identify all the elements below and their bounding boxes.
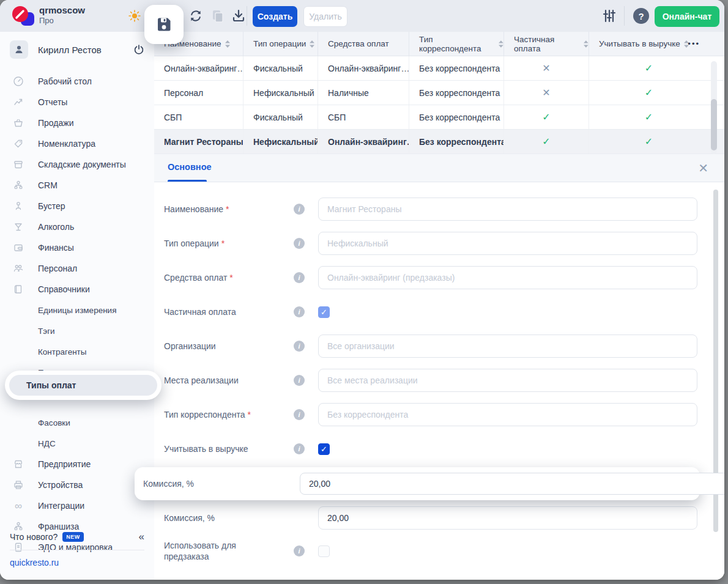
table-scrollbar-thumb[interactable] <box>711 99 717 150</box>
payment-types-callout: Типы оплат <box>5 371 162 400</box>
quickresto-site-link[interactable]: quickresto.ru <box>0 554 154 571</box>
table-settings-sliders-icon[interactable] <box>602 9 617 23</box>
info-icon[interactable]: i <box>294 375 305 386</box>
info-icon[interactable]: i <box>294 238 305 249</box>
cell-means: Онлайн-эквайринг… <box>318 56 409 80</box>
quickresto-logo-icon <box>11 5 35 28</box>
logout-power-icon[interactable] <box>133 44 144 55</box>
save-icon[interactable] <box>155 16 173 33</box>
download-icon[interactable] <box>231 9 246 23</box>
user-row[interactable]: Кирилл Рестов <box>0 37 154 62</box>
sidebar-item-finance[interactable]: Финансы <box>0 237 154 258</box>
sidebar-subitem-payment-types[interactable]: Типы оплат <box>9 375 157 396</box>
sidebar-item-label: Алкоголь <box>38 222 74 232</box>
field-label: Средства оплат <box>164 272 227 283</box>
table-row[interactable]: СБП Фискальный СБП Без корреспондента ✓ … <box>154 105 724 130</box>
table-row-selected[interactable]: Магнит Рестораны Нефискальный Онлайн-экв… <box>154 130 724 154</box>
payment-means-input[interactable] <box>318 266 697 289</box>
sale-places-input[interactable] <box>318 369 697 392</box>
create-button[interactable]: Создать <box>253 6 297 27</box>
crm-network-icon <box>12 179 24 191</box>
info-icon[interactable]: i <box>294 545 305 556</box>
close-icon[interactable]: ✕ <box>698 161 708 176</box>
sidebar-item-label: Складские документы <box>38 160 126 169</box>
sidebar-item-crm[interactable]: CRM <box>0 175 154 196</box>
sidebar-subitem-contractors[interactable]: Контрагенты <box>0 341 154 362</box>
form-row-correspondent-type: Тип корреспондента* i <box>154 397 724 432</box>
form-row-payment-means: Средства оплат* i <box>154 261 724 295</box>
field-label: Тип операции <box>164 238 219 249</box>
info-icon[interactable]: i <box>294 341 305 352</box>
info-icon[interactable]: i <box>294 272 305 283</box>
form-row-use-for-preorder: Использовать для предзаказа i <box>154 534 724 568</box>
info-icon[interactable]: i <box>294 204 305 215</box>
column-header-correspondent[interactable]: Тип корреспондента <box>409 32 504 56</box>
sidebar-item-nomenclature[interactable]: Номенклатура <box>0 133 154 154</box>
table-row[interactable]: Персонал Нефискальный Наличные Без корре… <box>154 81 724 105</box>
save-callout <box>144 5 184 44</box>
sort-icon[interactable] <box>310 40 314 48</box>
sidebar-item-desktop[interactable]: Рабочий стол <box>0 71 154 92</box>
sidebar-item-reference[interactable]: Справочники <box>0 279 154 300</box>
sidebar-item-reports[interactable]: Отчеты <box>0 92 154 113</box>
info-icon[interactable]: i <box>294 306 305 317</box>
field-label: Частичная оплата <box>164 306 236 317</box>
info-icon[interactable]: i <box>294 443 305 454</box>
column-header-partial[interactable]: Частичная оплата <box>504 32 589 56</box>
sidebar-item-devices[interactable]: Устройства <box>0 475 154 495</box>
name-input[interactable] <box>318 198 697 221</box>
use-for-preorder-checkbox[interactable] <box>318 545 330 557</box>
sidebar-subitem-packings[interactable]: Фасовки <box>0 412 154 433</box>
cell-correspondent: Без корреспондента <box>409 81 504 105</box>
theme-sun-icon[interactable] <box>128 10 141 22</box>
cell-operation: Фискальный <box>243 56 318 80</box>
copy-icon[interactable] <box>210 9 225 23</box>
cell-name: СБП <box>154 105 243 129</box>
sidebar-subitem-units[interactable]: Единицы измерения <box>0 300 154 320</box>
collapse-sidebar-icon[interactable]: « <box>139 531 144 543</box>
sidebar-item-sales[interactable]: Продажи <box>0 113 154 133</box>
refresh-icon[interactable] <box>188 9 203 23</box>
printer-icon <box>12 479 24 491</box>
sidebar-item-integrations[interactable]: ∞ Интеграции <box>0 495 154 516</box>
online-chat-button[interactable]: Онлайн-чат <box>655 6 719 27</box>
form-scrollbar[interactable] <box>713 190 718 552</box>
sort-icon[interactable] <box>225 40 230 48</box>
martini-glass-icon <box>12 221 24 233</box>
field-label: Комиссия, % <box>164 512 215 523</box>
sidebar-subitem-tags[interactable]: Тэги <box>0 320 154 341</box>
sidebar-item-alcohol[interactable]: Алкоголь <box>0 216 154 237</box>
sidebar-item-label: Устройства <box>38 480 83 490</box>
tab-main[interactable]: Основное <box>168 162 212 172</box>
check-icon: ✓ <box>645 136 653 147</box>
operation-type-input[interactable] <box>318 232 697 255</box>
sidebar-item-booster[interactable]: Бустер <box>0 196 154 216</box>
commission-callout-input[interactable] <box>300 473 724 495</box>
form-row-sale-places: Места реализации i <box>154 363 724 397</box>
organizations-input[interactable] <box>318 335 697 358</box>
sidebar-item-warehouse[interactable]: Складские документы <box>0 154 154 175</box>
sort-icon[interactable] <box>499 40 503 48</box>
more-columns-icon[interactable]: ••• <box>688 39 700 48</box>
required-asterisk: * <box>247 409 250 420</box>
whats-new-link[interactable]: Что нового? <box>10 532 58 542</box>
sort-icon[interactable] <box>584 40 589 48</box>
column-header-means[interactable]: Средства оплат <box>318 32 409 56</box>
required-asterisk: * <box>229 272 232 283</box>
partial-payment-checkbox[interactable] <box>318 306 330 318</box>
commission-input[interactable] <box>318 506 697 530</box>
info-icon[interactable]: i <box>294 409 305 420</box>
correspondent-type-input[interactable] <box>318 403 697 426</box>
sidebar-subitem-vat[interactable]: НДС <box>0 433 154 454</box>
table-scrollbar[interactable] <box>711 61 717 154</box>
help-icon[interactable]: ? <box>633 8 649 24</box>
org-name: qrmoscow <box>39 5 85 15</box>
sidebar-item-enterprise[interactable]: Предприятие <box>0 454 154 475</box>
cell-operation: Нефискальный <box>243 81 318 105</box>
table-row[interactable]: Онлайн-эквайринг… Фискальный Онлайн-эква… <box>154 56 724 81</box>
column-header-operation[interactable]: Тип операции <box>243 32 318 56</box>
delete-button[interactable]: Удалить <box>303 6 347 27</box>
sidebar-item-staff[interactable]: Персонал <box>0 258 154 279</box>
count-in-revenue-checkbox[interactable] <box>318 443 330 455</box>
cell-name: Онлайн-эквайринг… <box>154 56 243 80</box>
